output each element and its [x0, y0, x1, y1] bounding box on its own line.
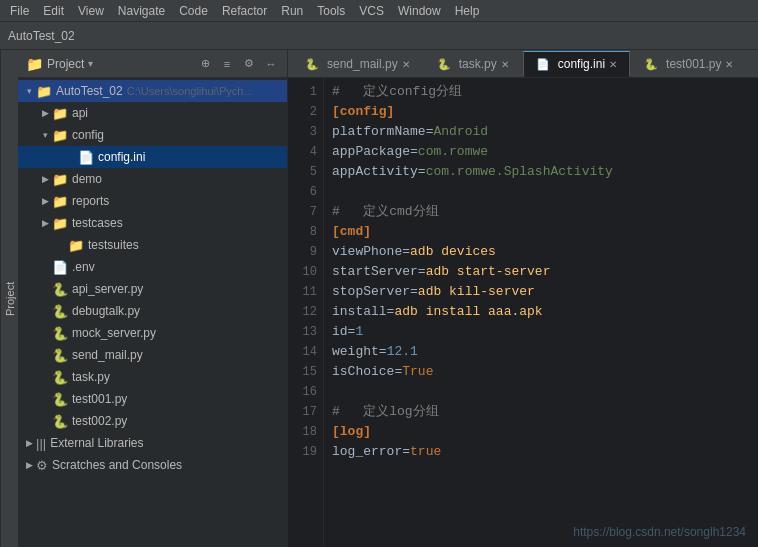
tab-icon-config-ini: 📄 [536, 58, 550, 71]
arrow-root: ▾ [22, 86, 36, 96]
tab-task[interactable]: 🐍 task.py ✕ [424, 51, 522, 77]
tree-item-testcases[interactable]: ▶ 📁 testcases [18, 212, 287, 234]
code-line-13-val: 1 [355, 324, 363, 339]
tab-close-send-mail[interactable]: ✕ [402, 59, 410, 70]
tree-item-task[interactable]: 🐍 task.py [18, 366, 287, 388]
tree-item-config[interactable]: ▾ 📁 config [18, 124, 287, 146]
menu-edit[interactable]: Edit [37, 2, 70, 20]
menu-vcs[interactable]: VCS [353, 2, 390, 20]
menu-view[interactable]: View [72, 2, 110, 20]
code-line-19-key: log_error [332, 444, 402, 459]
arrow-scratches: ▶ [22, 460, 36, 470]
arrow-reports: ▶ [38, 196, 52, 206]
code-line-18: [log] [332, 424, 371, 439]
project-icon-menu[interactable]: ≡ [219, 56, 235, 72]
tree-label-api-server: api_server.py [72, 282, 143, 296]
code-line-15-val: True [402, 364, 433, 379]
tab-test001[interactable]: 🐍 test001.py ✕ [631, 51, 746, 77]
arrow-config: ▾ [38, 130, 52, 140]
code-line-15-key: isChoice [332, 364, 394, 379]
arrow-api: ▶ [38, 108, 52, 118]
menu-file[interactable]: File [4, 2, 35, 20]
editor-area: 🐍 send_mail.py ✕ 🐍 task.py ✕ 📄 config.in… [288, 50, 758, 547]
tab-label-test001: test001.py [666, 57, 721, 71]
tab-bar: 🐍 send_mail.py ✕ 🐍 task.py ✕ 📄 config.in… [288, 50, 758, 78]
tree-label-demo: demo [72, 172, 102, 186]
tree-label-config-ini: config.ini [98, 150, 145, 164]
tree-item-test001[interactable]: 🐍 test001.py [18, 388, 287, 410]
tree-label-testsuites: testsuites [88, 238, 139, 252]
tree-label-testcases: testcases [72, 216, 123, 230]
project-icon-gear[interactable]: ⚙ [241, 56, 257, 72]
folder-icon-demo: 📁 [52, 172, 68, 187]
tab-test-more[interactable]: 🐍 test_... ✕ [747, 51, 758, 77]
code-line-1: # 定义config分组 [332, 84, 462, 99]
menu-refactor[interactable]: Refactor [216, 2, 273, 20]
tree-label-reports: reports [72, 194, 109, 208]
tree-item-test002[interactable]: 🐍 test002.py [18, 410, 287, 432]
py-icon-mock-server: 🐍 [52, 326, 68, 341]
menu-window[interactable]: Window [392, 2, 447, 20]
tree-item-mock-server[interactable]: 🐍 mock_server.py [18, 322, 287, 344]
project-icon-add[interactable]: ⊕ [197, 56, 213, 72]
code-line-5-key: appActivity [332, 164, 418, 179]
py-icon-debugtalk: 🐍 [52, 304, 68, 319]
tree-item-testsuites[interactable]: 📁 testsuites [18, 234, 287, 256]
tree-label-debugtalk: debugtalk.py [72, 304, 140, 318]
tree-item-api-server[interactable]: 🐍 api_server.py [18, 278, 287, 300]
code-line-9-key: viewPhone [332, 244, 402, 259]
tree-item-config-ini[interactable]: 📄 config.ini [18, 146, 287, 168]
window-title: AutoTest_02 [8, 29, 75, 43]
py-icon-api-server: 🐍 [52, 282, 68, 297]
menu-code[interactable]: Code [173, 2, 214, 20]
code-lines[interactable]: # 定义config分组 [config] platformName=Andro… [324, 78, 758, 547]
tab-config-ini[interactable]: 📄 config.ini ✕ [523, 51, 630, 77]
tree-item-send-mail[interactable]: 🐍 send_mail.py [18, 344, 287, 366]
tab-close-test001[interactable]: ✕ [725, 59, 733, 70]
code-line-3-key: platformName [332, 124, 426, 139]
tree-item-reports[interactable]: ▶ 📁 reports [18, 190, 287, 212]
tree-label-send-mail: send_mail.py [72, 348, 143, 362]
menu-help[interactable]: Help [449, 2, 486, 20]
tree-item-root[interactable]: ▾ 📁 AutoTest_02 C:\Users\songlihui\Pych.… [18, 80, 287, 102]
root-path: C:\Users\songlihui\Pych... [127, 85, 253, 97]
tree-label-ext-libs: External Libraries [50, 436, 143, 450]
code-line-8: [cmd] [332, 224, 371, 239]
py-icon-test002: 🐍 [52, 414, 68, 429]
folder-icon-testsuites: 📁 [68, 238, 84, 253]
code-line-10-key: startServer [332, 264, 418, 279]
arrow-testcases: ▶ [38, 218, 52, 228]
code-line-7: # 定义cmd分组 [332, 204, 439, 219]
ini-icon: 📄 [78, 150, 94, 165]
tab-label-task: task.py [459, 57, 497, 71]
main-layout: Project 📁 Project ▾ ⊕ ≡ ⚙ ↔ ▾ 📁 AutoTest… [0, 50, 758, 547]
ext-libs-icon: ||| [36, 436, 46, 451]
line-numbers: 12345 678910 1112131415 16171819 [288, 78, 324, 547]
menu-run[interactable]: Run [275, 2, 309, 20]
tree-item-demo[interactable]: ▶ 📁 demo [18, 168, 287, 190]
tree-label-env: .env [72, 260, 95, 274]
tab-close-task[interactable]: ✕ [501, 59, 509, 70]
tree-item-scratches[interactable]: ▶ ⚙ Scratches and Consoles [18, 454, 287, 476]
code-line-11-val: adb kill-server [418, 284, 535, 299]
watermark: https://blog.csdn.net/songlh1234 [573, 525, 746, 539]
folder-icon-testcases: 📁 [52, 216, 68, 231]
project-header-label[interactable]: Project [47, 57, 84, 71]
tab-label-send-mail: send_mail.py [327, 57, 398, 71]
code-line-3-val: Android [433, 124, 488, 139]
tab-close-config-ini[interactable]: ✕ [609, 59, 617, 70]
code-line-17: # 定义log分组 [332, 404, 439, 419]
folder-icon-root: 📁 [36, 84, 52, 99]
tree-label-test002: test002.py [72, 414, 127, 428]
tree-item-debugtalk[interactable]: 🐍 debugtalk.py [18, 300, 287, 322]
project-side-label[interactable]: Project [0, 50, 18, 547]
menu-tools[interactable]: Tools [311, 2, 351, 20]
menu-navigate[interactable]: Navigate [112, 2, 171, 20]
tab-send-mail[interactable]: 🐍 send_mail.py ✕ [292, 51, 423, 77]
project-icon-expand[interactable]: ↔ [263, 56, 279, 72]
arrow-ext-libs: ▶ [22, 438, 36, 448]
tree-item-ext-libs[interactable]: ▶ ||| External Libraries [18, 432, 287, 454]
tree-item-api[interactable]: ▶ 📁 api [18, 102, 287, 124]
tree-label-test001: test001.py [72, 392, 127, 406]
tree-item-env[interactable]: 📄 .env [18, 256, 287, 278]
